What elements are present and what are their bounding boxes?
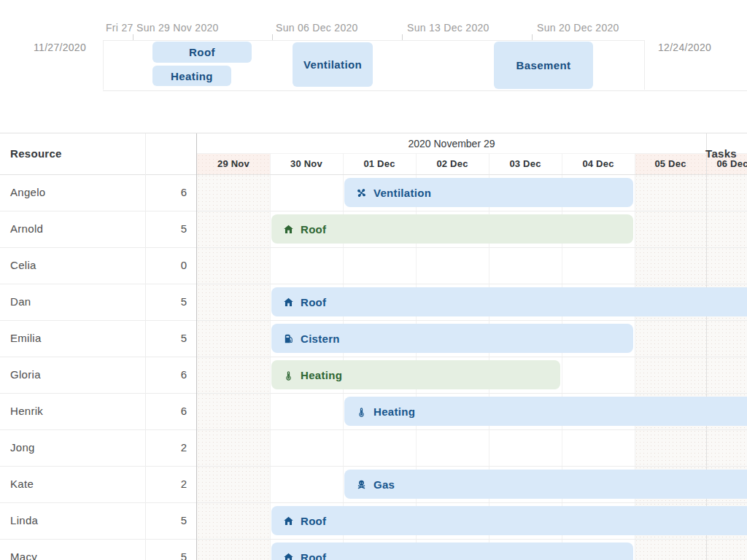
resource-task-count: 5 — [181, 502, 187, 539]
resource-name: Arnold — [10, 211, 43, 247]
day-header-cell: 02 Dec — [416, 154, 489, 174]
task-bar-label: Heating — [374, 405, 415, 418]
scale-tick — [133, 34, 133, 40]
day-header-cell: 03 Dec — [489, 154, 562, 174]
gas-pump-icon — [283, 333, 294, 344]
task-bar-heating[interactable]: Heating — [344, 397, 747, 426]
resource-row: Celia0 — [0, 247, 197, 284]
day-header-cell: 01 Dec — [343, 154, 416, 174]
resource-name: Kate — [10, 466, 34, 502]
resource-task-count: 5 — [181, 320, 187, 357]
home-icon — [283, 552, 294, 560]
fan-icon — [356, 187, 367, 198]
overview-task-bar: Ventilation — [293, 42, 373, 87]
panel-column-divider — [145, 133, 146, 560]
scheduler-grid: 2020 November 29 29 Nov30 Nov01 Dec02 De… — [0, 133, 747, 560]
day-header-cell: 05 Dec — [635, 154, 706, 174]
resource-row: Angelo6 — [0, 174, 197, 211]
range-selector-chart[interactable]: RoofHeatingVentilationBasement — [103, 40, 645, 90]
resource-task-count: 5 — [181, 539, 187, 560]
scale-label: Sun 13 Dec 2020 — [407, 22, 489, 34]
task-bar-heating[interactable]: Heating — [271, 360, 560, 389]
thermometer-icon — [283, 370, 294, 381]
timeline-area: 2020 November 29 29 Nov30 Nov01 Dec02 De… — [197, 133, 747, 560]
scale-label: Fri 27 — [106, 22, 133, 34]
overview-task-bar: Roof — [152, 42, 252, 63]
day-header-cell: 30 Nov — [270, 154, 343, 174]
resource-row: Gloria6 — [0, 357, 197, 393]
range-selector-track — [103, 90, 747, 91]
scale-label: Sun 20 Dec 2020 — [537, 22, 645, 34]
resource-name: Macy — [10, 539, 37, 560]
resource-name: Jong — [10, 429, 35, 466]
resource-name: Angelo — [10, 174, 46, 211]
panel-timeline-divider — [196, 133, 197, 560]
resource-row: Emilia5 — [0, 320, 197, 357]
scale-label: Sun 29 Nov 2020 — [136, 22, 219, 34]
resource-row: Dan5 — [0, 284, 197, 320]
resource-row: Macy5 — [0, 539, 197, 560]
resource-name: Linda — [10, 502, 38, 539]
resource-row: Kate2 — [0, 466, 197, 502]
week-header-label: 2020 November 29 — [197, 133, 706, 154]
task-bar-label: Roof — [301, 223, 326, 236]
task-bar-label: Gas — [374, 478, 395, 491]
resource-task-count: 6 — [181, 357, 187, 393]
task-bar-roof[interactable]: Roof — [271, 287, 747, 316]
range-end-label: 12/24/2020 — [658, 42, 711, 53]
resource-name: Celia — [10, 247, 36, 284]
resource-name: Emilia — [10, 320, 42, 357]
day-header-cell: 04 Dec — [562, 154, 635, 174]
scale-tick — [532, 34, 533, 40]
task-bar-label: Ventilation — [374, 187, 431, 199]
resource-column-header: Resource — [10, 133, 62, 174]
resource-task-count: 5 — [181, 211, 187, 247]
task-bar-label: Roof — [301, 551, 326, 560]
task-bar-roof[interactable]: Roof — [271, 506, 747, 535]
resource-task-count: 0 — [181, 247, 187, 284]
task-bar-label: Roof — [301, 296, 326, 308]
resource-row: Linda5 — [0, 502, 197, 539]
scale-tick — [272, 34, 273, 40]
task-bar-label: Heating — [301, 369, 342, 381]
range-selector[interactable]: 11/27/2020 12/24/2020 Fri 27 Sun 29 Nov … — [0, 0, 747, 133]
overview-task-bar: Basement — [494, 42, 593, 89]
scale-tick — [402, 34, 403, 40]
resource-name: Gloria — [10, 357, 41, 393]
home-icon — [283, 516, 294, 526]
task-bar-gas[interactable]: Gas — [344, 470, 747, 499]
tasks-column-header: Tasks — [705, 133, 737, 174]
skull-crossbones-icon — [356, 479, 367, 490]
resource-task-count: 2 — [181, 466, 187, 502]
resource-task-count: 6 — [181, 393, 187, 429]
task-bar-label: Roof — [301, 515, 326, 527]
task-bar-roof[interactable]: Roof — [271, 542, 633, 560]
home-icon — [283, 297, 294, 308]
resource-task-count: 5 — [181, 284, 187, 320]
task-bar-cistern[interactable]: Cistern — [271, 324, 633, 353]
task-bar-roof[interactable]: Roof — [271, 214, 633, 244]
thermometer-icon — [356, 406, 367, 417]
home-icon — [283, 224, 294, 235]
resource-row: Henrik6 — [0, 393, 197, 429]
resource-row: Arnold5 — [0, 211, 197, 247]
resource-row: Jong2 — [0, 429, 197, 466]
scheduler-app: 11/27/2020 12/24/2020 Fri 27 Sun 29 Nov … — [0, 0, 747, 560]
resource-name: Henrik — [10, 393, 43, 429]
resource-task-count: 6 — [181, 174, 187, 211]
scale-label: Sun 06 Dec 2020 — [276, 22, 358, 34]
resource-task-count: 2 — [181, 429, 187, 466]
day-header-cell: 29 Nov — [197, 154, 270, 174]
resource-name: Dan — [10, 284, 31, 320]
range-start-label: 11/27/2020 — [34, 42, 86, 53]
task-bar-ventilation[interactable]: Ventilation — [344, 178, 633, 207]
task-bar-label: Cistern — [301, 332, 340, 345]
overview-task-bar: Heating — [152, 66, 231, 86]
